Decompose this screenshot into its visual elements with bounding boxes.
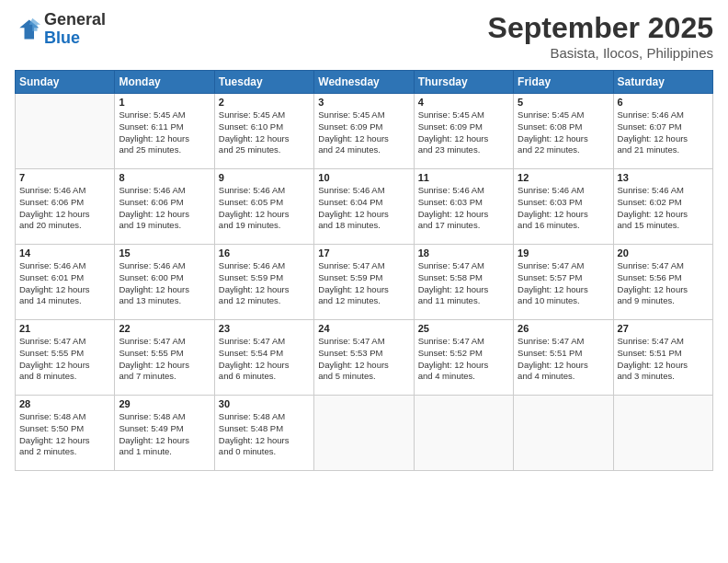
day-number: 4 <box>418 97 509 108</box>
title-block: September 2025 Basista, Ilocos, Philippi… <box>488 11 713 61</box>
logo-general: General <box>44 10 106 29</box>
week-row-1: 1Sunrise: 5:45 AMSunset: 6:11 PMDaylight… <box>16 94 713 169</box>
header-saturday: Saturday <box>613 71 712 94</box>
day-number: 2 <box>219 97 310 108</box>
day-info: Sunrise: 5:46 AMSunset: 6:06 PMDaylight:… <box>119 185 210 232</box>
day-number: 11 <box>418 172 509 183</box>
day-number: 22 <box>119 323 210 334</box>
day-info: Sunrise: 5:47 AMSunset: 5:51 PMDaylight:… <box>618 336 709 383</box>
week-row-4: 21Sunrise: 5:47 AMSunset: 5:55 PMDayligh… <box>16 320 713 396</box>
day-info: Sunrise: 5:47 AMSunset: 5:58 PMDaylight:… <box>418 260 509 307</box>
calendar-cell: 1Sunrise: 5:45 AMSunset: 6:11 PMDaylight… <box>115 94 214 169</box>
header-sunday: Sunday <box>16 71 115 94</box>
day-number: 18 <box>418 247 509 259</box>
day-number: 21 <box>19 323 110 334</box>
calendar-cell <box>314 396 414 471</box>
day-number: 20 <box>618 247 709 259</box>
calendar-cell <box>613 396 712 471</box>
day-number: 15 <box>119 247 210 259</box>
day-info: Sunrise: 5:46 AMSunset: 6:00 PMDaylight:… <box>119 260 210 307</box>
day-number: 25 <box>418 323 509 334</box>
day-number: 13 <box>618 172 709 183</box>
page-header: General Blue September 2025 Basista, Ilo… <box>15 11 713 61</box>
calendar-cell: 2Sunrise: 5:45 AMSunset: 6:10 PMDaylight… <box>214 94 313 169</box>
day-info: Sunrise: 5:47 AMSunset: 5:59 PMDaylight:… <box>318 260 409 307</box>
day-number: 27 <box>618 323 709 334</box>
day-info: Sunrise: 5:47 AMSunset: 5:55 PMDaylight:… <box>119 336 210 383</box>
day-number: 19 <box>518 247 609 259</box>
calendar-cell: 22Sunrise: 5:47 AMSunset: 5:55 PMDayligh… <box>115 320 214 396</box>
day-info: Sunrise: 5:46 AMSunset: 6:05 PMDaylight:… <box>219 185 310 232</box>
day-info: Sunrise: 5:47 AMSunset: 5:51 PMDaylight:… <box>518 336 609 383</box>
day-info: Sunrise: 5:45 AMSunset: 6:09 PMDaylight:… <box>318 109 409 156</box>
calendar-table: SundayMondayTuesdayWednesdayThursdayFrid… <box>15 70 713 471</box>
day-number: 1 <box>119 97 210 108</box>
calendar-cell: 24Sunrise: 5:47 AMSunset: 5:53 PMDayligh… <box>314 320 414 396</box>
header-wednesday: Wednesday <box>314 71 414 94</box>
day-info: Sunrise: 5:46 AMSunset: 6:02 PMDaylight:… <box>618 185 709 232</box>
calendar-cell: 15Sunrise: 5:46 AMSunset: 6:00 PMDayligh… <box>115 245 214 320</box>
calendar-cell: 28Sunrise: 5:48 AMSunset: 5:50 PMDayligh… <box>16 396 115 471</box>
day-info: Sunrise: 5:45 AMSunset: 6:09 PMDaylight:… <box>418 109 509 156</box>
calendar-cell: 11Sunrise: 5:46 AMSunset: 6:03 PMDayligh… <box>414 169 513 245</box>
day-info: Sunrise: 5:48 AMSunset: 5:50 PMDaylight:… <box>19 411 110 458</box>
header-thursday: Thursday <box>414 71 513 94</box>
day-info: Sunrise: 5:47 AMSunset: 5:52 PMDaylight:… <box>418 336 509 383</box>
calendar-cell: 25Sunrise: 5:47 AMSunset: 5:52 PMDayligh… <box>414 320 513 396</box>
day-number: 26 <box>518 323 609 334</box>
day-number: 9 <box>219 172 310 183</box>
calendar-cell: 21Sunrise: 5:47 AMSunset: 5:55 PMDayligh… <box>16 320 115 396</box>
day-number: 6 <box>618 97 709 108</box>
day-number: 24 <box>318 323 409 334</box>
week-row-3: 14Sunrise: 5:46 AMSunset: 6:01 PMDayligh… <box>16 245 713 320</box>
calendar-cell: 9Sunrise: 5:46 AMSunset: 6:05 PMDaylight… <box>214 169 313 245</box>
day-info: Sunrise: 5:45 AMSunset: 6:08 PMDaylight:… <box>518 109 609 156</box>
calendar-cell: 6Sunrise: 5:46 AMSunset: 6:07 PMDaylight… <box>613 94 712 169</box>
day-number: 10 <box>318 172 409 183</box>
day-info: Sunrise: 5:47 AMSunset: 5:54 PMDaylight:… <box>219 336 310 383</box>
day-info: Sunrise: 5:46 AMSunset: 6:03 PMDaylight:… <box>418 185 509 232</box>
logo-icon <box>15 17 40 42</box>
calendar-cell: 16Sunrise: 5:46 AMSunset: 5:59 PMDayligh… <box>214 245 313 320</box>
week-row-2: 7Sunrise: 5:46 AMSunset: 6:06 PMDaylight… <box>16 169 713 245</box>
header-monday: Monday <box>115 71 214 94</box>
calendar-cell: 29Sunrise: 5:48 AMSunset: 5:49 PMDayligh… <box>115 396 214 471</box>
day-info: Sunrise: 5:45 AMSunset: 6:10 PMDaylight:… <box>219 109 310 156</box>
calendar-cell: 19Sunrise: 5:47 AMSunset: 5:57 PMDayligh… <box>514 245 613 320</box>
month-title: September 2025 <box>488 11 713 45</box>
day-info: Sunrise: 5:48 AMSunset: 5:49 PMDaylight:… <box>119 411 210 458</box>
day-info: Sunrise: 5:45 AMSunset: 6:11 PMDaylight:… <box>119 109 210 156</box>
calendar-cell: 30Sunrise: 5:48 AMSunset: 5:48 PMDayligh… <box>214 396 313 471</box>
logo-blue: Blue <box>44 29 80 47</box>
calendar-header-row: SundayMondayTuesdayWednesdayThursdayFrid… <box>16 71 713 94</box>
calendar-cell: 20Sunrise: 5:47 AMSunset: 5:56 PMDayligh… <box>613 245 712 320</box>
logo: General Blue <box>15 11 106 48</box>
calendar-cell: 8Sunrise: 5:46 AMSunset: 6:06 PMDaylight… <box>115 169 214 245</box>
day-number: 5 <box>518 97 609 108</box>
day-number: 8 <box>119 172 210 183</box>
calendar-cell: 7Sunrise: 5:46 AMSunset: 6:06 PMDaylight… <box>16 169 115 245</box>
day-number: 17 <box>318 247 409 259</box>
day-number: 7 <box>19 172 110 183</box>
calendar-cell <box>514 396 613 471</box>
day-number: 16 <box>219 247 310 259</box>
day-info: Sunrise: 5:46 AMSunset: 6:06 PMDaylight:… <box>19 185 110 232</box>
calendar-cell: 23Sunrise: 5:47 AMSunset: 5:54 PMDayligh… <box>214 320 313 396</box>
calendar-cell: 13Sunrise: 5:46 AMSunset: 6:02 PMDayligh… <box>613 169 712 245</box>
day-number: 14 <box>19 247 110 259</box>
calendar-cell: 14Sunrise: 5:46 AMSunset: 6:01 PMDayligh… <box>16 245 115 320</box>
day-info: Sunrise: 5:47 AMSunset: 5:53 PMDaylight:… <box>318 336 409 383</box>
day-number: 30 <box>219 398 310 409</box>
day-info: Sunrise: 5:46 AMSunset: 5:59 PMDaylight:… <box>219 260 310 307</box>
header-friday: Friday <box>514 71 613 94</box>
calendar-cell: 26Sunrise: 5:47 AMSunset: 5:51 PMDayligh… <box>514 320 613 396</box>
calendar-cell: 18Sunrise: 5:47 AMSunset: 5:58 PMDayligh… <box>414 245 513 320</box>
day-number: 23 <box>219 323 310 334</box>
logo-text: General Blue <box>44 11 106 48</box>
day-info: Sunrise: 5:47 AMSunset: 5:55 PMDaylight:… <box>19 336 110 383</box>
day-info: Sunrise: 5:47 AMSunset: 5:57 PMDaylight:… <box>518 260 609 307</box>
calendar-cell <box>414 396 513 471</box>
calendar-cell: 17Sunrise: 5:47 AMSunset: 5:59 PMDayligh… <box>314 245 414 320</box>
calendar-cell <box>16 94 115 169</box>
week-row-5: 28Sunrise: 5:48 AMSunset: 5:50 PMDayligh… <box>16 396 713 471</box>
